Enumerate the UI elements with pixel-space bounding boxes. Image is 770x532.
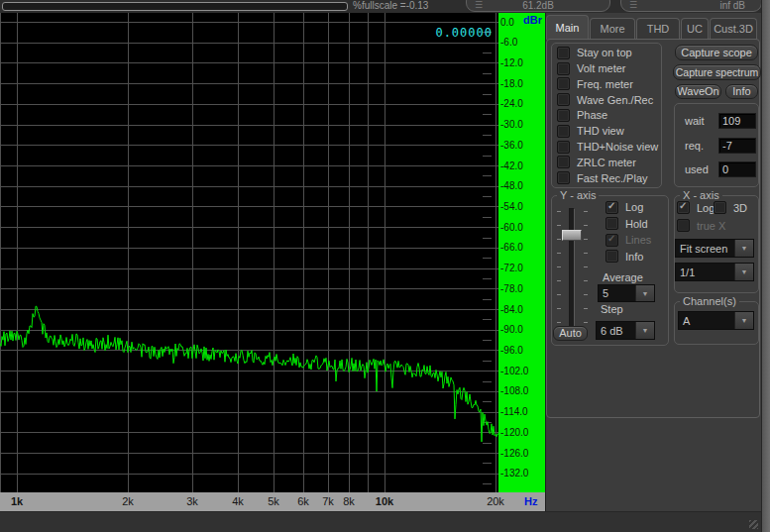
checkbox-log[interactable]: Log xyxy=(605,201,667,214)
average-select[interactable]: 5 ▼ xyxy=(598,284,655,302)
x-ratio-select[interactable]: 1/1 ▼ xyxy=(675,263,754,281)
checkbox-fast-rec-play[interactable]: Fast Rec./Play xyxy=(557,171,660,184)
used-field[interactable]: 0 xyxy=(718,161,756,177)
checkbox-label: Hold xyxy=(625,218,648,230)
tab-uc[interactable]: UC xyxy=(681,18,709,40)
visual-analyser-window: %fullscale =-0.13 ☰ 61.2dB ☰ inf dB 0.00… xyxy=(0,0,770,532)
tab-more[interactable]: More xyxy=(590,18,635,40)
checkbox-label: Log xyxy=(625,201,643,213)
db-tick-label: -6.0 xyxy=(500,37,517,48)
checkbox-icon[interactable] xyxy=(605,217,618,230)
spectrum-plot-canvas xyxy=(0,13,498,492)
db-tick-label: -96.0 xyxy=(500,345,523,356)
db-tick-label: -18.0 xyxy=(500,78,523,89)
tab-thd[interactable]: THD xyxy=(636,18,680,40)
checkbox-zrlc-meter[interactable]: ZRLC meter xyxy=(557,156,660,168)
capture-scope-button[interactable]: Capture scope xyxy=(675,45,758,60)
freq-tick-label-10k: 10k xyxy=(376,495,393,507)
freq-tick-label-6k: 6k xyxy=(297,495,309,507)
checkbox-icon[interactable] xyxy=(557,141,570,154)
checkbox-stay-on-top[interactable]: Stay on top xyxy=(557,47,660,59)
checkbox-label: THD view xyxy=(577,125,624,137)
counter-label: used xyxy=(685,163,713,175)
db-tick-label: -126.0 xyxy=(500,448,528,459)
db-tick-label: -24.0 xyxy=(500,98,523,109)
checkbox-icon[interactable] xyxy=(557,156,570,168)
db-tick-label: -72.0 xyxy=(500,263,523,273)
x-zoom-select[interactable]: Fit screen ▼ xyxy=(675,239,754,258)
freq-tick-label-4k: 4k xyxy=(232,495,244,507)
db-unit-label: dBr xyxy=(523,14,542,26)
checkbox-phase[interactable]: Phase xyxy=(557,109,660,122)
checkbox-freq-meter[interactable]: Freq. meter xyxy=(557,77,660,90)
checkbox-label: Stay on top xyxy=(577,47,632,58)
checkbox-icon[interactable] xyxy=(557,93,570,106)
freq-tick-label-1k: 1k xyxy=(11,495,23,507)
checkbox-hold[interactable]: Hold xyxy=(605,217,667,230)
wait-field[interactable]: 109 xyxy=(718,113,756,129)
checkbox-icon[interactable] xyxy=(557,47,570,59)
freq-tick-label-7k: 7k xyxy=(322,495,334,507)
channel-select[interactable]: A ▼ xyxy=(678,311,754,330)
menu-icon: ☰ xyxy=(629,0,637,10)
checkbox-3d[interactable]: 3D xyxy=(714,201,747,214)
checked-checkbox-icon xyxy=(605,234,618,247)
counter-label: wait xyxy=(685,115,713,127)
checkbox-wave-gen-rec[interactable]: Wave Gen./Rec xyxy=(557,93,660,106)
checkbox-log[interactable]: Log xyxy=(677,201,715,214)
checkbox-icon[interactable] xyxy=(557,109,570,122)
checkbox-icon[interactable] xyxy=(557,125,570,138)
checkbox-thd-noise-view[interactable]: THD+Noise view xyxy=(557,141,660,154)
cursor-readout: 0.00000 xyxy=(435,26,493,40)
db-tick-label: -114.0 xyxy=(500,406,528,417)
y-zoom-slider-handle[interactable] xyxy=(562,230,582,241)
checkbox-info[interactable]: Info xyxy=(605,250,667,263)
checkbox-label: THD+Noise view xyxy=(577,141,658,153)
db-tick-label: -48.0 xyxy=(500,180,523,191)
checkbox-label: Wave Gen./Rec xyxy=(577,94,653,106)
counter-row-req: req.-7 xyxy=(675,138,758,154)
step-label: Step xyxy=(601,303,623,315)
db-tick-label: -102.0 xyxy=(500,366,528,376)
checked-checkbox-icon[interactable] xyxy=(605,201,618,214)
checked-checkbox-icon[interactable] xyxy=(677,201,690,214)
checkbox-thd-view[interactable]: THD view xyxy=(557,125,660,138)
spectrum-plot[interactable]: 0.00000 xyxy=(0,13,498,492)
tab-cust-3d[interactable]: Cust.3D xyxy=(710,18,757,40)
checkbox-icon xyxy=(677,219,690,232)
checkbox-icon[interactable] xyxy=(557,171,570,184)
checkbox-icon[interactable] xyxy=(557,77,570,90)
checkbox-icon[interactable] xyxy=(605,250,618,263)
level-readout-box: ☰ 61.2dB xyxy=(466,0,610,12)
level-readout-box-2: ☰ inf dB xyxy=(620,0,762,12)
y-slider-ticks-left xyxy=(557,211,561,324)
y-slider-ticks-right xyxy=(584,211,588,324)
db-tick-label: -78.0 xyxy=(500,283,523,294)
resize-grip[interactable] xyxy=(749,520,758,529)
tab-main[interactable]: Main xyxy=(546,15,589,40)
y-zoom-slider-track[interactable] xyxy=(569,208,575,329)
checkbox-icon[interactable] xyxy=(557,62,570,75)
freq-tick-label-2k: 2k xyxy=(122,495,134,507)
freq-tick-label-20k: 20k xyxy=(487,495,504,507)
auto-button[interactable]: Auto xyxy=(553,326,588,341)
checkbox-volt-meter[interactable]: Volt meter xyxy=(557,62,660,75)
step-select[interactable]: 6 dB ▼ xyxy=(596,321,655,340)
checkbox-icon[interactable] xyxy=(714,201,726,214)
db-tick-label: -60.0 xyxy=(500,222,523,233)
wave-on-button[interactable]: WaveOn xyxy=(675,84,721,99)
window-right-edge xyxy=(761,0,770,532)
db-tick-label: -84.0 xyxy=(500,304,523,315)
checkbox-label: ZRLC meter xyxy=(577,157,636,168)
info-button[interactable]: Info xyxy=(725,84,758,99)
db-tick-label: -54.0 xyxy=(500,201,523,212)
counter-row-wait: wait109 xyxy=(675,113,758,129)
frequency-axis-strip: Hz 1k2k3k4k5k6k7k8k10k20k xyxy=(0,492,545,511)
db-tick-label: -132.0 xyxy=(500,468,528,479)
checkbox-label: Phase xyxy=(577,109,607,121)
req-field[interactable]: -7 xyxy=(718,138,756,154)
freq-tick-label-3k: 3k xyxy=(186,495,198,507)
db-tick-label: -30.0 xyxy=(500,119,523,130)
capture-spectrum-button[interactable]: Capture spectrum xyxy=(673,64,761,80)
chevron-down-icon: ▼ xyxy=(734,312,753,329)
